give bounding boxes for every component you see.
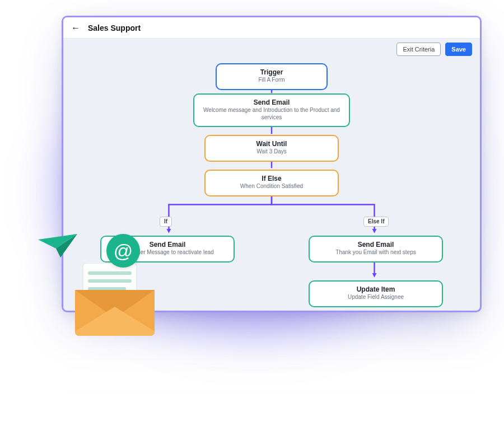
node-update-item[interactable]: Update Item Update Field Assignee <box>309 280 443 307</box>
save-button[interactable]: Save <box>445 43 472 56</box>
node-title: Trigger <box>225 68 319 76</box>
node-subtitle: When Condition Satisfied <box>213 183 330 190</box>
node-subtitle: Update Field Assignee <box>318 294 434 301</box>
node-title: Send Email <box>202 99 341 106</box>
node-trigger[interactable]: Trigger Fill A Form <box>216 63 328 90</box>
node-subtitle: Reminder Message to reactivate lead <box>109 249 226 256</box>
svg-marker-2 <box>372 273 377 278</box>
node-title: Wait Until <box>213 140 330 148</box>
node-subtitle: Wait 3 Days <box>213 148 330 156</box>
node-subtitle: Thank you Email with next steps <box>318 249 434 256</box>
node-send-thankyou[interactable]: Send Email Thank you Email with next ste… <box>309 236 443 262</box>
node-send-welcome[interactable]: Send Email Welcome message and Introduct… <box>193 93 350 127</box>
node-wait[interactable]: Wait Until Wait 3 Days <box>204 135 339 162</box>
action-bar: Exit Criteria Save <box>63 39 480 60</box>
exit-criteria-button[interactable]: Exit Criteria <box>396 43 441 56</box>
node-title: Send Email <box>109 241 226 249</box>
floor-reflection <box>64 312 479 424</box>
workflow-card: ← Sales Support Exit Criteria Save <box>62 16 482 312</box>
node-ifelse[interactable]: If Else When Condition Satisfied <box>204 170 339 196</box>
page-header: ← Sales Support <box>63 17 480 39</box>
svg-marker-1 <box>372 229 377 233</box>
branch-chip-elseif: Else If <box>363 217 389 227</box>
node-title: Update Item <box>318 285 434 293</box>
node-title: Send Email <box>318 241 434 249</box>
branch-chip-if: If <box>160 217 172 227</box>
node-title: If Else <box>213 175 330 182</box>
page-title: Sales Support <box>88 24 141 32</box>
flow-canvas: Trigger Fill A Form Send Email Welcome m… <box>63 60 480 311</box>
node-send-reminder[interactable]: Send Email Reminder Message to reactivat… <box>100 236 235 262</box>
back-arrow-icon[interactable]: ← <box>71 24 80 32</box>
node-subtitle: Welcome message and Introduction to the … <box>202 107 341 121</box>
svg-marker-0 <box>167 229 171 233</box>
node-subtitle: Fill A Form <box>225 77 319 84</box>
